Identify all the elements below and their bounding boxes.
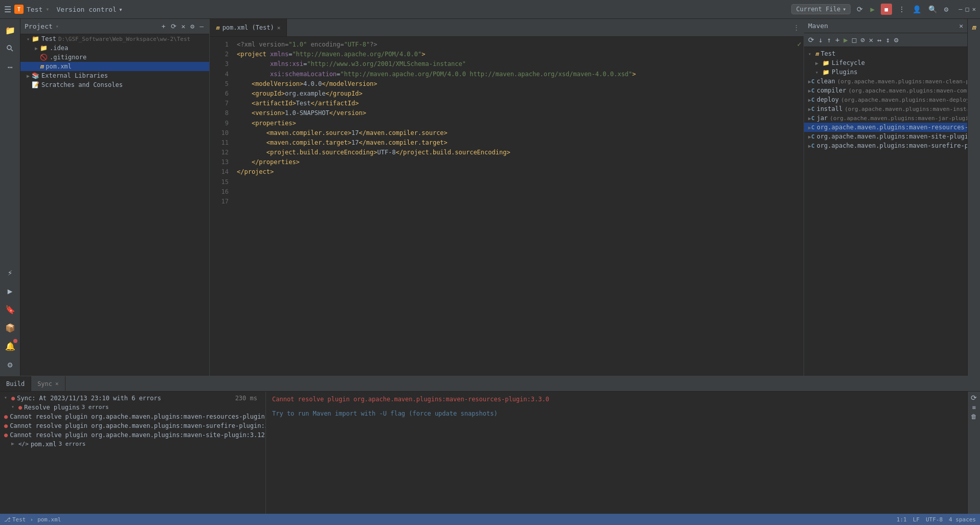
collapse-panel-icon[interactable]: — (198, 22, 205, 31)
add-file-icon[interactable]: + (160, 22, 167, 31)
gear-panel-icon[interactable]: ⚙ (189, 22, 196, 31)
maven-item-lifecycle[interactable]: ▶ 📁 Lifecycle (804, 58, 967, 67)
maven-side-icon[interactable]: m (969, 22, 979, 32)
maven-skip-btn[interactable]: ⊘ (859, 35, 865, 45)
output-sync-icon[interactable]: ⟳ (971, 394, 977, 402)
run-icon[interactable]: ▶ (869, 4, 875, 14)
maven-run-btn[interactable]: ▶ (842, 35, 849, 45)
maven-item-deploy[interactable]: ▶ C deploy (org.apache.maven.plugins:mav… (804, 95, 967, 104)
output-link-maven-flag[interactable]: Try to run Maven import with -U flag (fo… (272, 410, 498, 417)
tab-pom-icon: m (216, 25, 219, 31)
tree-item-gitignore[interactable]: 🚫 .gitignore (20, 53, 209, 62)
restore-button[interactable]: □ (966, 6, 969, 13)
tree-item-scratches[interactable]: 📝 Scratches and Consoles (20, 80, 209, 89)
maven-expand-h-btn[interactable]: ↔ (876, 35, 882, 45)
tree-item-pom[interactable]: m pom.xml (20, 62, 209, 71)
output-filter-icon[interactable]: ≡ (972, 404, 975, 411)
version-control-menu[interactable]: Version control ▾ (57, 6, 123, 13)
plugin-icon-compiler: C (811, 87, 815, 94)
tree-label-test: Test (41, 35, 56, 42)
minimize-button[interactable]: — (959, 6, 962, 13)
maven-sub-clean: (org.apache.maven.plugins:maven-clean-pl (837, 78, 967, 85)
maven-item-surefire[interactable]: ▶ C org.apache.maven.plugins:maven-suref… (804, 141, 967, 150)
status-lf[interactable]: LF (913, 516, 920, 523)
plugin-icon-install: C (811, 106, 815, 112)
sidebar-item-search[interactable] (2, 40, 18, 57)
maven-upload-btn[interactable]: ↑ (826, 35, 832, 45)
settings-icon[interactable]: ⚙ (943, 4, 949, 14)
maven-item-jar[interactable]: ▶ C jar (org.apache.maven.plugins:maven-… (804, 113, 967, 123)
bottom-tabs: Build Sync ✕ (0, 376, 980, 392)
hamburger-menu-icon[interactable]: ☰ (4, 5, 11, 14)
tree-item-idea[interactable]: ▶ 📁 .idea (20, 43, 209, 53)
close-button[interactable]: ✕ (972, 6, 976, 13)
bottom-content: ▾ ● Sync: At 2023/11/13 23:10 with 6 err… (0, 392, 980, 514)
maven-panel-close[interactable]: ✕ (959, 22, 963, 30)
error-icon-resources: ● (4, 413, 8, 420)
status-position[interactable]: 1:1 (897, 516, 907, 523)
maven-item-resources[interactable]: ▶ C org.apache.maven.plugins:maven-resou… (804, 123, 967, 132)
tree-item-external-libs[interactable]: ▶ 📚 External Libraries (20, 71, 209, 80)
plugin-icon-deploy: C (811, 97, 815, 103)
sync-project-icon[interactable]: ⟳ (169, 22, 178, 31)
build-label-resources-error: Cannot resolve plugin org.apache.maven.p… (10, 413, 266, 420)
sync-icon[interactable]: ⟳ (856, 4, 864, 14)
maven-item-compiler[interactable]: ▶ C compiler (org.apache.maven.plugins:m… (804, 86, 967, 95)
code-content[interactable]: <?xml version="1.0" encoding="UTF-8"?> <… (233, 37, 804, 376)
status-indent[interactable]: 4 spaces (949, 516, 976, 523)
maven-stop-btn[interactable]: □ (851, 35, 857, 45)
maven-item-clean[interactable]: ▶ C clean (org.apache.maven.plugins:mave… (804, 77, 967, 86)
maven-refresh-btn[interactable]: ⟳ (807, 35, 815, 45)
sidebar-item-plugins[interactable]: ⚡ (2, 264, 18, 281)
tree-item-test-root[interactable]: ▾ 📁 Test D:\GSF_Software\Web_Workspace\w… (20, 34, 209, 43)
more-options-icon[interactable]: ⋮ (897, 4, 906, 14)
maven-item-install[interactable]: ▶ C install (org.apache.maven.plugins:ma… (804, 104, 967, 113)
maven-sub-deploy: (org.apache.maven.plugins:maven-deploy- (841, 97, 967, 103)
sidebar-item-more[interactable]: ⋯ (2, 59, 18, 75)
tab-pom-xml[interactable]: m pom.xml (Test) ✕ (210, 19, 287, 36)
sidebar-item-project[interactable]: 📁 (2, 22, 18, 38)
build-item-pom-errors[interactable]: ▶ </> pom.xml 3 errors (0, 440, 265, 449)
maven-close-btn[interactable]: ✕ (868, 35, 874, 45)
status-branch[interactable]: ⎇ Test (4, 516, 26, 523)
tree-arrow-extlibs: ▶ (25, 73, 32, 79)
build-item-resolve[interactable]: ▾ ● Resolve plugins 3 errors (0, 403, 265, 412)
plugin-icon-surefire: C (811, 143, 815, 149)
maven-item-plugins[interactable]: ▾ 📁 Plugins (804, 67, 967, 77)
maven-add-btn[interactable]: + (834, 35, 840, 45)
tab-close-icon[interactable]: ✕ (277, 25, 281, 31)
maven-item-site[interactable]: ▶ C org.apache.maven.plugins:maven-site-… (804, 132, 967, 141)
svg-line-1 (11, 50, 13, 52)
maven-settings-btn[interactable]: ⚙ (893, 35, 899, 45)
stop-button[interactable]: ■ (881, 4, 892, 15)
sidebar-item-build[interactable]: 📦 (2, 319, 18, 336)
sidebar-item-run[interactable]: ▶ (2, 283, 18, 299)
code-line-12: <maven.compiler.source>17</maven.compile… (237, 128, 799, 138)
search-icon[interactable]: 🔍 (927, 4, 938, 14)
project-dropdown-arrow[interactable]: ▾ (46, 6, 49, 13)
tab-sync[interactable]: Sync ✕ (31, 376, 65, 391)
maven-expand-v-btn[interactable]: ↕ (885, 35, 891, 45)
build-item-site-error[interactable]: ● Cannot resolve plugin org.apache.maven… (0, 430, 265, 440)
user-icon[interactable]: 👤 (911, 4, 922, 14)
build-item-sync[interactable]: ▾ ● Sync: At 2023/11/13 23:10 with 6 err… (0, 394, 265, 403)
build-item-resources-error[interactable]: ● Cannot resolve plugin org.apache.maven… (0, 412, 265, 421)
tab-sync-close[interactable]: ✕ (55, 380, 59, 387)
maven-item-test[interactable]: ▾ m Test (804, 49, 967, 58)
project-name[interactable]: Test (27, 6, 42, 13)
tab-more-icon[interactable]: ⋮ (789, 24, 804, 31)
tree-label-scratches: Scratches and Consoles (41, 81, 123, 88)
build-item-surefire-error[interactable]: ● Cannot resolve plugin org.apache.maven… (0, 421, 265, 430)
tab-build[interactable]: Build (0, 376, 31, 391)
maven-download-btn[interactable]: ↓ (817, 35, 823, 45)
sidebar-item-bookmarks[interactable]: 🔖 (2, 301, 18, 317)
status-charset[interactable]: UTF-8 (926, 516, 943, 523)
project-panel-chevron[interactable]: ▾ (56, 24, 59, 29)
maven-title: Maven (808, 22, 828, 30)
output-trash-icon[interactable]: 🗑 (971, 413, 977, 420)
current-file-dropdown[interactable]: Current File ▾ (791, 4, 851, 14)
plugin-icon-resources: C (811, 124, 815, 131)
sidebar-item-notifications[interactable]: 🔔 (2, 338, 18, 354)
sidebar-item-settings[interactable]: ⚙ (2, 356, 18, 373)
close-panel-icon[interactable]: ✕ (180, 22, 187, 31)
